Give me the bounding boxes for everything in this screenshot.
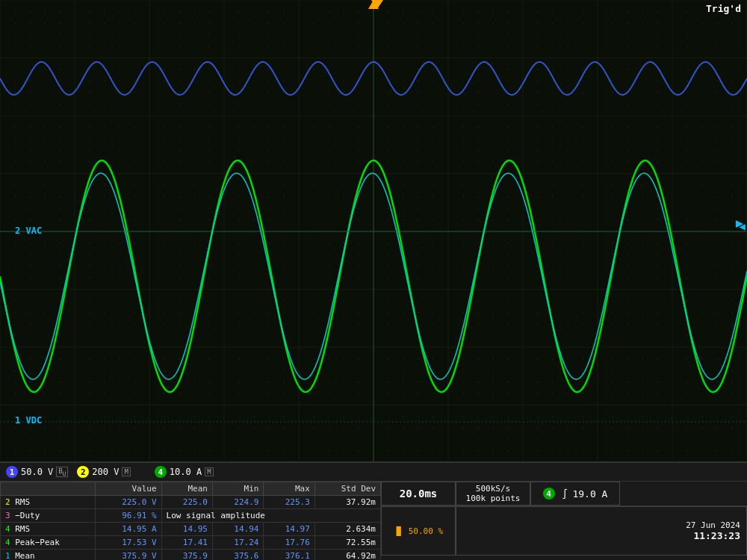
row-stddev: 72.55m (314, 536, 380, 550)
col-max: Max (264, 482, 314, 496)
row-mean: 225.0 (161, 496, 212, 509)
row-mean: 375.9 (161, 550, 212, 561)
ch2-scale: 2 200 V M (77, 466, 131, 478)
row-min: 224.9 (212, 496, 263, 509)
timebase-value: 20.0ms (400, 488, 438, 500)
scale-row: 1 50.0 V BU 2 200 V M 4 10.0 A M (0, 463, 747, 482)
row-min: 17.24 (212, 536, 263, 550)
row-label: 1 Mean (1, 550, 96, 561)
sampling-display: 500kS/s 100k points (456, 482, 530, 505)
time-display: 11:23:23 (693, 530, 740, 541)
measurements-table: Value Mean Min Max Std Dev 2 RMS 225.0 V (0, 482, 381, 560)
ch2-badge: 2 (77, 466, 89, 478)
display-area: Trig'd 2 VAC 1 VDC ◀ (0, 0, 747, 463)
table-row: 4 Peak−Peak 17.53 V 17.41 17.24 17.76 72… (1, 536, 381, 550)
row-min: 375.6 (212, 550, 263, 561)
row-label: 4 Peak−Peak (1, 536, 96, 550)
table-row: 4 RMS 14.95 A 14.95 14.94 14.97 2.634m (1, 523, 381, 536)
ch2-bw: M (122, 467, 130, 476)
row-mean: 17.41 (161, 536, 212, 550)
sampling-points: 100k points (466, 494, 521, 503)
trigger-wave: ∫ (562, 488, 568, 500)
table-row: 2 RMS 225.0 V 225.0 224.9 225.3 37.92m (1, 496, 381, 509)
ch4-badge: 4 (155, 466, 167, 478)
row-mean: 14.95 (161, 523, 212, 536)
ch4-scale-val: 10.0 A (170, 467, 202, 477)
row-label: 2 RMS (1, 496, 96, 509)
waveform-canvas (0, 0, 747, 463)
row-value: 14.95 A (96, 523, 161, 536)
table-header: Value Mean Min Max Std Dev (1, 482, 381, 496)
col-label (1, 482, 96, 496)
row-stddev: 64.92m (314, 550, 380, 561)
trig-status-text: Trig'd (706, 3, 741, 14)
row-stddev: 2.634m (314, 523, 380, 536)
col-mean: Mean (161, 482, 212, 496)
row-max: 376.1 (264, 550, 314, 561)
ch4-scale: 4 10.0 A M (155, 466, 214, 478)
right-panels: 20.0ms 500kS/s 100k points 4 ∫ 19.0 A (381, 482, 747, 560)
oscilloscope: Trig'd 2 VAC 1 VDC ◀ 1 50.0 V BU (0, 0, 747, 560)
row-value: 375.9 V (96, 550, 161, 561)
ch1-scale-val: 50.0 V (21, 467, 53, 477)
row-max: 225.3 (264, 496, 314, 509)
timebase-display: 20.0ms (381, 482, 456, 505)
row-value: 225.0 V (96, 496, 161, 509)
trigger-value: 19.0 A (572, 488, 607, 500)
col-stddev: Std Dev (314, 482, 380, 496)
col-min: Min (212, 482, 263, 496)
trigger-ch-badge: 4 (543, 488, 555, 500)
trigger-display: 4 ∫ 19.0 A (530, 482, 620, 505)
vac-label: 2 VAC (15, 225, 42, 236)
sampling-rate: 500kS/s (476, 484, 510, 494)
date-display: 27 Jun 2024 (686, 520, 740, 530)
ch1-badge: 1 (6, 466, 18, 478)
ch4-bw: M (205, 467, 213, 476)
row-label: 4 RMS (1, 523, 96, 536)
table-row: 1 Mean 375.9 V 375.9 375.6 376.1 64.92m (1, 550, 381, 561)
trigger-marker (371, 0, 383, 9)
ch1-scale: 1 50.0 V BU (6, 466, 68, 478)
ch2-scale-val: 200 V (92, 467, 119, 477)
vdc-label: 1 VDC (15, 415, 42, 426)
row-value: 17.53 V (96, 536, 161, 550)
row-stddev: 37.92m (314, 496, 380, 509)
trigger-status: Trig'd (706, 3, 741, 14)
row-label: 3 −Duty (1, 509, 96, 523)
row-max: 14.97 (264, 523, 314, 536)
right-arrow-indicator: ◀ (740, 220, 746, 232)
row-max: 17.76 (264, 536, 314, 550)
table-row: 3 −Duty 96.91 % Low signal amplitude (1, 509, 381, 523)
col-value: Value (96, 482, 161, 496)
bottom-panel: 1 50.0 V BU 2 200 V M 4 10.0 A M (0, 463, 747, 560)
row-min: 14.94 (212, 523, 263, 536)
ch1-bw: BU (56, 467, 68, 478)
row-note: Low signal amplitude (161, 509, 380, 523)
row-value: 96.91 % (96, 509, 161, 523)
duty-value: 50.00 % (409, 526, 443, 536)
date-time-display: 27 Jun 2024 11:23:23 (456, 506, 747, 556)
measurements-body: 2 RMS 225.0 V 225.0 224.9 225.3 37.92m 3… (1, 496, 381, 561)
measurements-area: Value Mean Min Max Std Dev 2 RMS 225.0 V (0, 482, 747, 560)
duty-display: ▐▌ 50.00 % (381, 506, 456, 556)
